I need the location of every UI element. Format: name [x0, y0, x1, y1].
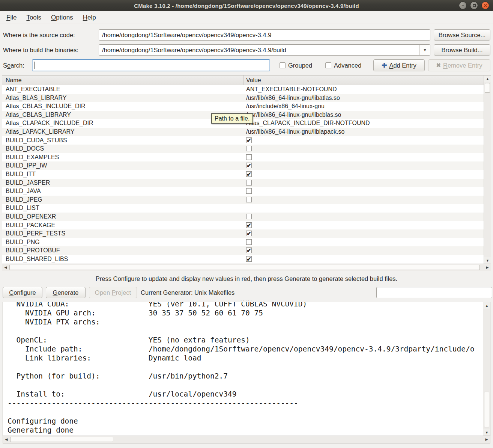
- row-value[interactable]: [243, 213, 484, 221]
- row-value[interactable]: ✔: [243, 229, 484, 238]
- console-scrollbar-thumb[interactable]: [484, 392, 489, 427]
- menu-tools[interactable]: Tools: [21, 12, 46, 23]
- title-bar[interactable]: CMake 3.10.2 - /home/dongdong/1Sorftware…: [0, 0, 493, 11]
- unchecked-checkbox-icon[interactable]: [246, 154, 252, 160]
- scroll-left-icon[interactable]: ◀: [2, 264, 9, 271]
- row-value[interactable]: [243, 196, 484, 204]
- unchecked-checkbox-icon[interactable]: [246, 239, 252, 245]
- close-button[interactable]: ✕: [481, 2, 489, 9]
- console-vertical-scrollbar[interactable]: ▲ ▼: [483, 302, 490, 436]
- table-hscrollbar-thumb[interactable]: [9, 265, 480, 270]
- table-row[interactable]: BUILD_PACKAGE ✔: [2, 221, 484, 230]
- row-name[interactable]: BUILD_EXAMPLES: [2, 153, 243, 162]
- unchecked-checkbox-icon[interactable]: [246, 214, 252, 219]
- table-row[interactable]: BUILD_ITT ✔: [2, 170, 484, 179]
- splitter-handle[interactable]: ·····: [0, 299, 493, 302]
- row-name[interactable]: Atlas_BLAS_LIBRARY: [2, 94, 243, 103]
- open-project-button[interactable]: Open Project: [89, 287, 137, 298]
- row-name[interactable]: ANT_EXECUTABLE: [2, 85, 243, 94]
- table-row[interactable]: BUILD_CUDA_STUBS ✔: [2, 136, 484, 145]
- browse-build-button[interactable]: Browse Build...: [434, 44, 490, 56]
- scroll-up-icon[interactable]: ▲: [483, 302, 490, 309]
- scroll-down-icon[interactable]: ▼: [484, 257, 491, 264]
- table-row[interactable]: BUILD_JAVA: [2, 187, 484, 196]
- row-value[interactable]: Atlas_CLAPACK_INCLUDE_DIR-NOTFOUND: [243, 119, 484, 128]
- table-row[interactable]: BUILD_EXAMPLES: [2, 153, 484, 162]
- table-row[interactable]: BUILD_PNG: [2, 238, 484, 247]
- grouped-checkbox[interactable]: [280, 62, 286, 68]
- row-value[interactable]: ANT_EXECUTABLE-NOTFOUND: [243, 85, 484, 94]
- row-name[interactable]: BUILD_CUDA_STUBS: [2, 136, 243, 145]
- row-value[interactable]: [243, 187, 484, 196]
- row-value[interactable]: [243, 145, 484, 153]
- row-value[interactable]: /usr/lib/x86_64-linux-gnu/libcblas.so: [243, 111, 484, 119]
- row-name[interactable]: BUILD_PROTOBUF: [2, 246, 243, 255]
- table-horizontal-scrollbar[interactable]: ◀ ▶: [2, 264, 491, 271]
- generate-button[interactable]: Generate: [46, 287, 86, 298]
- table-row[interactable]: BUILD_JASPER: [2, 179, 484, 187]
- table-row[interactable]: BUILD_OPENEXR: [2, 213, 484, 221]
- table-row[interactable]: BUILD_JPEG: [2, 196, 484, 204]
- minimize-button[interactable]: −: [459, 2, 467, 9]
- table-row[interactable]: BUILD_SHARED_LIBS ✔: [2, 255, 484, 264]
- console-hscrollbar-thumb[interactable]: [10, 437, 113, 442]
- row-value[interactable]: /usr/lib/x86_64-linux-gnu/liblapack.so: [243, 128, 484, 136]
- table-row[interactable]: Atlas_BLAS_LIBRARY /usr/lib/x86_64-linux…: [2, 94, 484, 103]
- configure-button[interactable]: Configure: [3, 287, 42, 298]
- unchecked-checkbox-icon[interactable]: [246, 146, 252, 151]
- menu-help[interactable]: Help: [78, 12, 101, 23]
- table-row[interactable]: Atlas_LAPACK_LIBRARY /usr/lib/x86_64-lin…: [2, 128, 484, 136]
- row-name[interactable]: BUILD_PACKAGE: [2, 221, 243, 230]
- console-horizontal-scrollbar[interactable]: ◀ ▶: [3, 436, 490, 443]
- table-row[interactable]: BUILD_PROTOBUF ✔: [2, 246, 484, 255]
- table-row[interactable]: ANT_EXECUTABLE ANT_EXECUTABLE-NOTFOUND: [2, 85, 484, 94]
- column-header-name[interactable]: Name: [2, 75, 243, 85]
- column-header-value[interactable]: Value: [243, 75, 484, 85]
- build-path-input[interactable]: [99, 44, 430, 56]
- checked-checkbox-icon[interactable]: ✔: [246, 163, 252, 168]
- menu-file[interactable]: File: [2, 12, 21, 23]
- row-value[interactable]: ✔: [243, 136, 484, 145]
- table-row[interactable]: BUILD_DOCS: [2, 145, 484, 153]
- unchecked-checkbox-icon[interactable]: [246, 197, 252, 202]
- row-value[interactable]: ✔: [243, 170, 484, 179]
- checked-checkbox-icon[interactable]: ✔: [246, 247, 252, 253]
- source-path-input[interactable]: [99, 29, 430, 41]
- row-name[interactable]: Atlas_CBLAS_LIBRARY: [2, 111, 243, 119]
- row-value[interactable]: /usr/include/x86_64-linux-gnu: [243, 102, 484, 111]
- row-value[interactable]: ✔: [243, 221, 484, 230]
- row-value[interactable]: [243, 204, 484, 213]
- row-name[interactable]: BUILD_IPP_IW: [2, 161, 243, 170]
- table-row[interactable]: Atlas_CBLAS_INCLUDE_DIR /usr/include/x86…: [2, 102, 484, 111]
- table-row[interactable]: BUILD_LIST: [2, 204, 484, 213]
- menu-options[interactable]: Options: [46, 12, 78, 23]
- row-name[interactable]: BUILD_PERF_TESTS: [2, 229, 243, 238]
- search-input[interactable]: [32, 59, 270, 71]
- scroll-right-icon[interactable]: ▶: [483, 436, 490, 443]
- row-value[interactable]: [243, 153, 484, 162]
- row-value[interactable]: [243, 179, 484, 187]
- checked-checkbox-icon[interactable]: ✔: [246, 137, 252, 143]
- advanced-checkbox[interactable]: [325, 62, 331, 68]
- combo-dropdown-button[interactable]: ▾: [419, 45, 430, 55]
- scroll-right-icon[interactable]: ▶: [484, 264, 491, 271]
- row-name[interactable]: BUILD_ITT: [2, 170, 243, 179]
- row-value[interactable]: ✔: [243, 161, 484, 170]
- unchecked-checkbox-icon[interactable]: [246, 180, 252, 186]
- row-value[interactable]: ✔: [243, 246, 484, 255]
- remove-entry-button[interactable]: ✖ Remove Entry: [428, 59, 490, 71]
- maximize-button[interactable]: [470, 2, 478, 9]
- row-name[interactable]: Atlas_CBLAS_INCLUDE_DIR: [2, 102, 243, 111]
- row-name[interactable]: Atlas_LAPACK_LIBRARY: [2, 128, 243, 136]
- checked-checkbox-icon[interactable]: ✔: [246, 222, 252, 228]
- checked-checkbox-icon[interactable]: ✔: [246, 231, 252, 236]
- row-value[interactable]: [243, 238, 484, 247]
- row-name[interactable]: BUILD_JASPER: [2, 179, 243, 187]
- scroll-up-icon[interactable]: ▲: [484, 75, 491, 82]
- scroll-left-icon[interactable]: ◀: [3, 436, 10, 443]
- row-name[interactable]: BUILD_SHARED_LIBS: [2, 255, 243, 264]
- table-row[interactable]: BUILD_PERF_TESTS ✔: [2, 229, 484, 238]
- row-value[interactable]: /usr/lib/x86_64-linux-gnu/libatlas.so: [243, 94, 484, 103]
- row-name[interactable]: BUILD_LIST: [2, 204, 243, 213]
- table-scrollbar-thumb[interactable]: [485, 83, 490, 93]
